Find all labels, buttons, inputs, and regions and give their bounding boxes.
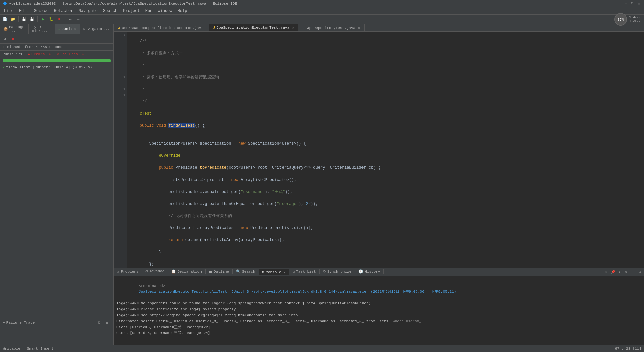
package-explorer-icon: 📦 [3,27,8,31]
test-label: findAllTest [Runner: JUnit 4] (0.037 s) [6,65,92,69]
declaration-label: Declaration [177,270,202,274]
performance-circle: 37% [613,12,628,27]
tab-console[interactable]: ⊡ Console ✕ [259,269,289,275]
collapse-button[interactable]: ⊟ [25,35,33,43]
code-line-3: * [130,62,641,68]
test-history-button[interactable]: ⊞ [17,35,25,43]
menu-help[interactable]: Help [175,8,190,14]
menu-edit[interactable]: Edit [16,8,31,14]
tab-task-list[interactable]: ☑ Task List [289,269,320,274]
right-panel: J UsersDaoJpaSpecificationExecutor.java … [114,24,644,345]
code-line-18: return cb.and(preList.toArray(arrayPredi… [130,237,641,243]
failure-trace-filter[interactable]: ⊞ [103,319,111,326]
java-file-icon: J [118,26,120,30]
code-line-14: preList.add(cb.equal(root.get("username"… [130,189,641,195]
menu-search[interactable]: Search [100,8,120,14]
console-clear-button[interactable]: ✕ [603,269,609,275]
tab-history[interactable]: 🕐 History [355,269,384,274]
tab-declaration[interactable]: 📋 Declaration [168,269,206,274]
junit-header: Finished after 4.555 seconds [0,44,113,51]
sync-icon: ⟳ [323,269,326,274]
code-line-19: } [130,249,641,255]
toolbar-separator-2 [37,16,38,22]
tab-jpa-repo-test[interactable]: J JpaRepositoryTest.java ✕ [299,24,365,31]
toolbar-separator-4 [84,16,84,22]
line-numbers: ⊖ ⊖ ⊖ ⊖ [114,32,127,268]
minimize-button[interactable]: ─ [623,1,628,6]
junit-close-icon[interactable]: ✕ [74,27,76,31]
menu-navigate[interactable]: Navigate [76,8,100,14]
console-line-3: log4j:WARN See http://logging.apache.org… [116,313,641,319]
run-button[interactable]: ▶ [39,16,47,23]
failure-trace-label: Failure Trace [6,321,35,325]
code-line-6: */ [130,98,641,104]
console-minimize-button[interactable]: — [630,269,636,275]
new-button[interactable]: 📄 [1,16,9,23]
code-line-4: * 需求：使用用户名字和年龄进行数据查询 [130,74,641,80]
tab-close-jpa[interactable]: ✕ [292,26,294,30]
tab-problems[interactable]: ⚠ Problems [114,269,142,274]
console-area[interactable]: <terminated> JpaSpecificationExecutorTes… [114,276,644,345]
cpu-bottom: 1.3k/s [629,19,640,23]
menu-project[interactable]: Project [120,8,142,14]
code-area[interactable]: /** * 多条件查询：方式一 * * 需求：使用用户名字和年龄进行数据查询 *… [127,32,644,268]
tab-users-dao[interactable]: J UsersDaoJpaSpecificationExecutor.java [114,24,208,31]
tab-outline[interactable]: ☰ Outline [206,269,233,274]
close-button[interactable]: ✕ [637,1,641,6]
history-icon: 🕐 [358,269,363,274]
code-line-15: preList.add(cb.greaterThanOrEqualTo(root… [130,201,641,207]
console-pin-button[interactable]: 📌 [610,269,616,275]
stop-button[interactable]: ■ [56,16,63,23]
forward-button[interactable]: → [75,16,82,23]
java-file-icon-2: J [213,26,215,30]
menu-bar: File Edit Source Refactor Navigate Searc… [0,7,644,15]
rerun-test-button[interactable]: ↺ [1,35,9,43]
tab-type-hierarchy[interactable]: Type Hier... [29,24,55,34]
menu-window[interactable]: Window [155,8,175,14]
tab-junit[interactable]: ✓ JUnit ✕ [55,24,80,34]
bottom-tabs-container: ⚠ Problems @ Javadoc 📋 Declaration ☰ Out… [114,269,602,275]
tab-jpa-spec-test[interactable]: J JpaSpecificationExecutorTest.java ✕ [209,24,298,31]
left-panel-toolbar: ↺ ■ ⊞ ⊟ ⊞ [0,34,113,44]
tab-synchronize[interactable]: ⟳ Synchronize [320,269,355,274]
tab-package-explorer[interactable]: 📦 Package ... [0,24,29,34]
problems-label: Problems [121,270,139,274]
status-writable: Writable [3,347,20,351]
console-settings-button[interactable]: ⚙ [623,269,629,275]
tab-label-jpa-repo: JpaRepositoryTest.java [307,26,355,30]
debug-button[interactable]: 🐛 [48,16,55,23]
runs-stat: Runs: 1/1 [3,52,22,56]
console-scroll-button[interactable]: ↓ [617,269,623,275]
tab-javadoc[interactable]: @ Javadoc [142,269,168,274]
outline-icon: ☰ [209,269,212,274]
menu-file[interactable]: File [1,8,16,14]
code-line-10: Specification<Users> specification = new… [130,141,641,147]
code-line-7: @Test [130,111,641,117]
editor-area: ⊖ ⊖ ⊖ ⊖ [114,32,644,268]
menu-source[interactable]: Source [31,8,51,14]
progress-bar [3,59,111,62]
writable-label: Writable [3,347,20,351]
menu-run[interactable]: Run [143,8,155,14]
maximize-button[interactable]: □ [630,1,635,6]
back-button[interactable]: ← [67,16,74,23]
code-line-20: }; [130,261,641,267]
save-button[interactable]: 💾 [20,16,28,23]
tab-navigator[interactable]: Navigator... [80,24,113,34]
svg-text:37%: 37% [618,18,624,22]
console-close-icon[interactable]: ✕ [284,270,286,274]
status-position: 67 : 28 [11] [615,347,641,351]
tab-search[interactable]: 🔍 Search [233,269,259,274]
open-button[interactable]: 📁 [9,16,17,23]
console-maximize-button[interactable]: □ [637,269,643,275]
bottom-panel-toolbar: ✕ 📌 ↓ ⚙ — □ [602,269,644,275]
tab-label-jpa-spec-test: JpaSpecificationExecutorTest.java [216,26,289,30]
expand-button[interactable]: ⊞ [33,35,41,43]
junit-test-item[interactable]: ✓ findAllTest [Runner: JUnit 4] (0.037 s… [1,65,112,70]
failure-trace-copy[interactable]: ⧉ [95,319,103,326]
save-all-button[interactable]: 💾 [28,16,36,23]
tab-close-repo[interactable]: ✕ [358,26,360,30]
stop-test-button[interactable]: ■ [9,35,17,43]
menu-refactor[interactable]: Refactor [51,8,76,14]
test-pass-icon: ✓ [3,65,5,69]
